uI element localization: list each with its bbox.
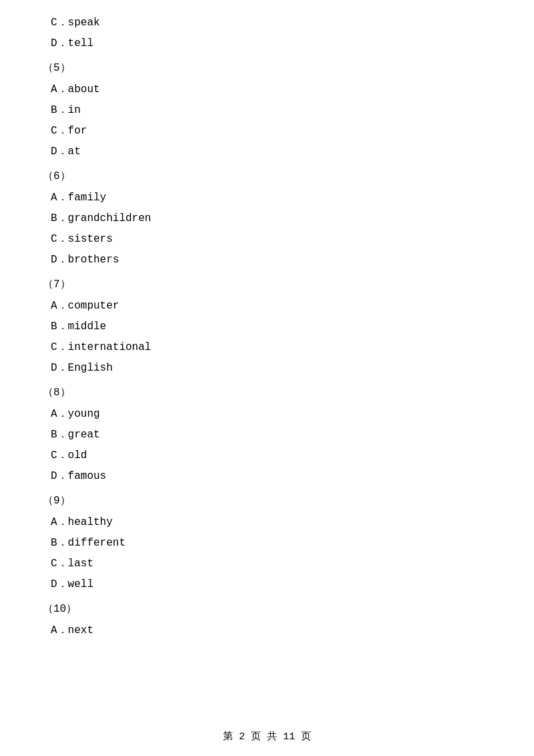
option-item: B．grandchildren bbox=[51, 209, 494, 228]
option-item: C．international bbox=[51, 338, 494, 357]
question-number: （9） bbox=[43, 492, 494, 511]
option-item: C．speak bbox=[51, 13, 494, 33]
page-footer: 第 2 页 共 11 页 bbox=[0, 730, 534, 743]
option-item: C．sisters bbox=[51, 230, 494, 249]
option-item: D．English bbox=[51, 359, 494, 378]
option-item: D．tell bbox=[51, 34, 494, 53]
option-item: A．young bbox=[51, 405, 494, 424]
option-item: B．different bbox=[51, 534, 494, 553]
option-item: A．healthy bbox=[51, 513, 494, 532]
option-item: C．last bbox=[51, 554, 494, 574]
option-item: D．at bbox=[51, 142, 494, 162]
question-number: （6） bbox=[43, 167, 494, 186]
option-item: A．about bbox=[51, 80, 494, 100]
option-item: D．brothers bbox=[51, 250, 494, 270]
option-item: B．in bbox=[51, 101, 494, 120]
option-item: D．famous bbox=[51, 467, 494, 486]
question-number: （8） bbox=[43, 383, 494, 403]
option-item: C．for bbox=[51, 122, 494, 141]
question-number: （5） bbox=[43, 59, 494, 78]
option-item: B．middle bbox=[51, 317, 494, 337]
option-item: A．family bbox=[51, 188, 494, 208]
main-content: C．speakD．tell（5）A．aboutB．inC．forD．at（6）A… bbox=[0, 0, 534, 682]
option-item: A．computer bbox=[51, 297, 494, 316]
option-item: D．well bbox=[51, 575, 494, 594]
option-item: A．next bbox=[51, 621, 494, 640]
question-number: （7） bbox=[43, 275, 494, 295]
question-number: （10） bbox=[43, 600, 494, 619]
option-item: C．old bbox=[51, 446, 494, 465]
option-item: B．great bbox=[51, 425, 494, 445]
